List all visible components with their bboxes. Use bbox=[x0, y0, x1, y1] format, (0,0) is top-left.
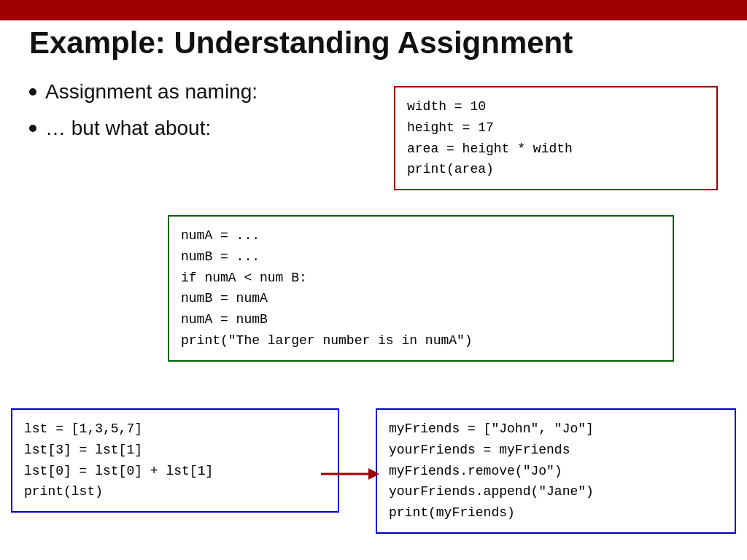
bullet-item-1: Assignment as naming: bbox=[29, 80, 258, 104]
code-line: yourFriends = myFriends bbox=[389, 440, 723, 461]
code-line: print("The larger number is in numA") bbox=[181, 330, 661, 351]
code-line: print(myFriends) bbox=[389, 502, 723, 524]
code-line: print(lst) bbox=[24, 481, 326, 502]
red-bar bbox=[0, 0, 747, 20]
svg-marker-1 bbox=[368, 468, 379, 480]
code-line: numA = ... bbox=[181, 225, 661, 246]
code-line: myFriends = ["John", "Jo"] bbox=[389, 419, 723, 440]
code-line: yourFriends.append("Jane") bbox=[389, 481, 723, 502]
bullet-text-2: … but what about: bbox=[45, 117, 211, 140]
code-box-green: numA = ... numB = ... if numA < num B: n… bbox=[168, 215, 674, 362]
bullet-dot-2 bbox=[29, 125, 36, 132]
code-line: numA = numB bbox=[181, 309, 661, 330]
code-line: lst[0] = lst[0] + lst[1] bbox=[24, 461, 326, 482]
bullet-item-2: … but what about: bbox=[29, 117, 258, 140]
code-line: area = height * width bbox=[407, 139, 705, 160]
bullet-section: Assignment as naming: … but what about: bbox=[29, 80, 258, 153]
code-box-blue-right: myFriends = ["John", "Jo"] yourFriends =… bbox=[376, 408, 736, 534]
page-title: Example: Understanding Assignment bbox=[29, 26, 573, 61]
bullet-text-1: Assignment as naming: bbox=[45, 80, 258, 104]
code-line: height = 17 bbox=[407, 117, 705, 139]
code-line: print(area) bbox=[407, 159, 705, 180]
code-line: width = 10 bbox=[407, 96, 705, 117]
code-line: if numA < num B: bbox=[181, 268, 661, 289]
code-line: myFriends.remove("Jo") bbox=[389, 461, 723, 482]
code-box-red: width = 10 height = 17 area = height * w… bbox=[394, 86, 718, 190]
bullet-dot-1 bbox=[29, 88, 36, 96]
code-line: numB = ... bbox=[181, 246, 661, 268]
code-line: lst[3] = lst[1] bbox=[24, 440, 326, 461]
code-line: numB = numA bbox=[181, 288, 661, 309]
code-box-blue-left: lst = [1,3,5,7] lst[3] = lst[1] lst[0] =… bbox=[11, 408, 339, 513]
code-line: lst = [1,3,5,7] bbox=[24, 419, 326, 440]
arrow-icon bbox=[321, 459, 379, 489]
